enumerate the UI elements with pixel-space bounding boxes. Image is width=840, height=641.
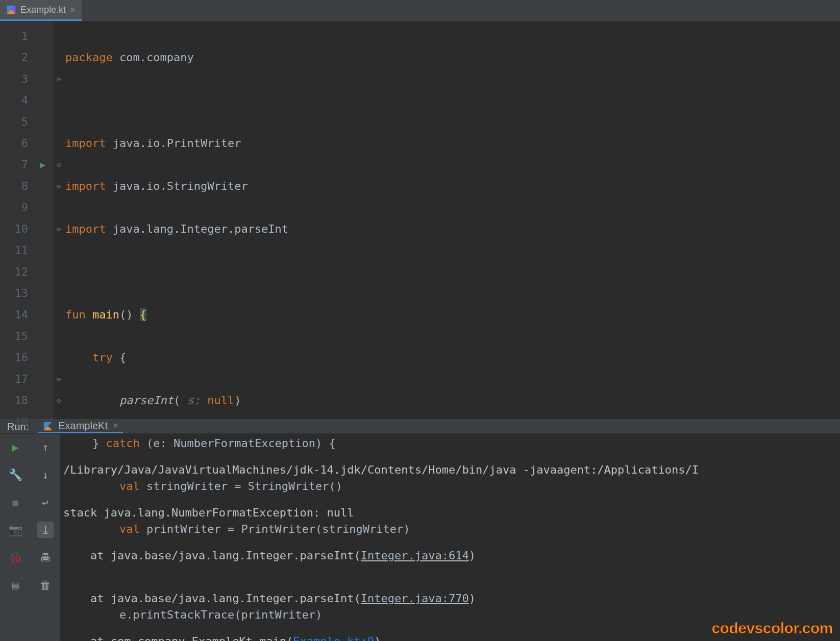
watermark: codevscolor.com — [711, 620, 833, 637]
code-editor[interactable]: 1 2 3 4 5 6 7▶ 8 9 10 11 12 13 14 15 16 … — [0, 21, 840, 420]
fold-column: ⊖ ⊖ ⊖ ⊖ ⊖ ⊖ — [53, 21, 64, 420]
line-number: 18 — [0, 390, 48, 411]
line-number: 3 — [0, 68, 48, 90]
run-tool-window: Run: ExampleKt × ▶ 🔧 ◼ 📷 🐞 ▤ ↑ ↓ ↩ ⤓ 🖶 🗑… — [0, 420, 840, 641]
soft-wrap-icon[interactable]: ↩ — [37, 494, 54, 510]
line-number: 8 — [0, 176, 48, 197]
stack-link[interactable]: Integer.java:770 — [361, 592, 469, 605]
line-number: 13 — [0, 283, 48, 304]
line-number: 5 — [0, 111, 48, 133]
editor-gutter: 1 2 3 4 5 6 7▶ 8 9 10 11 12 13 14 15 16 … — [0, 21, 53, 420]
line-number: 17 — [0, 368, 48, 390]
fold-marker[interactable]: ⊖ — [53, 68, 64, 90]
line-number: 19 — [0, 411, 48, 433]
scroll-to-end-icon[interactable]: ⤓ — [37, 522, 54, 538]
trash-icon[interactable]: 🗑 — [37, 577, 54, 593]
close-icon[interactable]: × — [70, 5, 76, 15]
line-number: 9 — [0, 197, 48, 218]
close-icon[interactable]: × — [113, 421, 118, 431]
line-number: 10 — [0, 218, 48, 240]
editor-tab[interactable]: Example.kt × — [0, 0, 82, 21]
console-line: at java.base/java.lang.Integer.parseInt(… — [63, 588, 840, 609]
run-config-tab[interactable]: ExampleKt × — [38, 420, 123, 433]
fold-marker[interactable]: ⊖ — [53, 154, 64, 176]
parameter-hint: s: — [187, 394, 201, 407]
fold-marker[interactable]: ⊖ — [53, 390, 64, 411]
run-config-name: ExampleKt — [58, 420, 108, 432]
debug-icon[interactable]: 🐞 — [7, 549, 23, 565]
line-number: 12 — [0, 261, 48, 283]
print-icon[interactable]: 🖶 — [37, 549, 54, 565]
stop-button[interactable]: ◼ — [7, 494, 23, 510]
run-left-toolbar-2: ↑ ↓ ↩ ⤓ 🖶 🗑 — [31, 434, 60, 641]
fold-marker[interactable]: ⊖ — [53, 218, 64, 240]
camera-icon[interactable]: 📷 — [7, 522, 23, 538]
up-arrow-icon[interactable]: ↑ — [37, 439, 54, 455]
line-number: 11 — [0, 240, 48, 261]
run-left-toolbar: ▶ 🔧 ◼ 📷 🐞 ▤ — [0, 434, 31, 641]
fold-marker[interactable]: ⊖ — [53, 368, 64, 390]
console-line: at java.base/java.lang.Integer.parseInt(… — [63, 545, 840, 566]
fold-marker[interactable]: ⊖ — [53, 176, 64, 197]
line-number: 15 — [0, 326, 48, 347]
tab-filename: Example.kt — [20, 5, 66, 15]
line-number: 16 — [0, 347, 48, 368]
stack-link[interactable]: Integer.java:614 — [361, 549, 469, 562]
line-number: 14 — [0, 304, 48, 326]
editor-tab-bar: Example.kt × — [0, 0, 840, 21]
line-number: 1 — [0, 26, 48, 47]
console-output[interactable]: /Library/Java/JavaVirtualMachines/jdk-14… — [60, 434, 840, 641]
line-number: 7▶ — [0, 154, 48, 176]
stack-link-primary[interactable]: Example.kt:9 — [293, 635, 374, 641]
line-number: 6 — [0, 133, 48, 154]
run-header: Run: ExampleKt × — [0, 420, 840, 434]
console-line: stack java.lang.NumberFormatException: n… — [63, 502, 840, 524]
line-number: 2 — [0, 47, 48, 68]
kotlin-file-icon — [6, 5, 16, 15]
console-line: /Library/Java/JavaVirtualMachines/jdk-14… — [63, 459, 840, 481]
wrench-icon[interactable]: 🔧 — [7, 466, 23, 483]
layout-icon[interactable]: ▤ — [7, 577, 23, 593]
rerun-button[interactable]: ▶ — [7, 439, 23, 455]
code-area[interactable]: package com.company import java.io.Print… — [64, 21, 840, 420]
down-arrow-icon[interactable]: ↓ — [37, 466, 54, 483]
run-gutter-icon[interactable]: ▶ — [40, 154, 45, 176]
line-number: 4 — [0, 90, 48, 111]
